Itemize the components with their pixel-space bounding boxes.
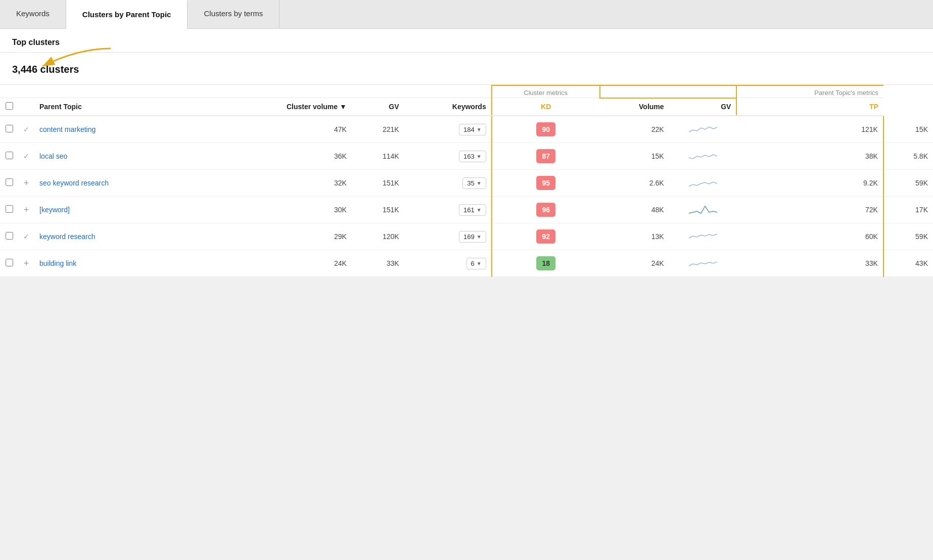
gv2-header: GV bbox=[669, 98, 737, 116]
dropdown-arrow: ▼ bbox=[477, 261, 482, 266]
table-row: ✓ content marketing 47K 221K 184 ▼ 90 22… bbox=[0, 116, 933, 143]
row-gv2: 72K bbox=[736, 197, 883, 223]
row-topic-cell: [keyword] bbox=[34, 197, 213, 223]
row-icon-cell: + bbox=[18, 170, 34, 197]
dropdown-arrow: ▼ bbox=[477, 180, 482, 186]
kd-badge: 95 bbox=[536, 176, 555, 190]
parent-metrics-spacer bbox=[600, 85, 737, 98]
row-volume: 15K bbox=[600, 143, 669, 170]
tab-clusters-parent[interactable]: Clusters by Parent Topic bbox=[66, 0, 188, 29]
row-volume: 13K bbox=[600, 223, 669, 250]
section-header: Top clusters bbox=[0, 29, 933, 53]
kd-badge: 96 bbox=[536, 203, 555, 217]
clusters-info: 3,446 clusters bbox=[0, 53, 933, 85]
row-kd: 18 bbox=[492, 250, 600, 277]
topic-link[interactable]: keyword research bbox=[39, 232, 96, 241]
dropdown-arrow: ▼ bbox=[477, 127, 482, 132]
row-icon-cell: ✓ bbox=[18, 143, 34, 170]
row-chart-cell bbox=[669, 250, 737, 277]
row-keywords: 6 ▼ bbox=[404, 250, 492, 277]
row-chart-cell bbox=[669, 143, 737, 170]
col-header-row: Parent Topic Cluster volume ▼ GV Keyword… bbox=[0, 98, 933, 116]
row-gv2: 9.2K bbox=[736, 170, 883, 197]
keywords-dropdown[interactable]: 161 ▼ bbox=[459, 204, 486, 216]
row-tp: 17K bbox=[883, 197, 933, 223]
row-topic-cell: local seo bbox=[34, 143, 213, 170]
row-gv: 114K bbox=[352, 143, 404, 170]
dropdown-arrow: ▼ bbox=[477, 234, 482, 240]
topic-link[interactable]: local seo bbox=[39, 152, 67, 160]
row-icon-cell: + bbox=[18, 250, 34, 277]
row-checkbox[interactable] bbox=[6, 178, 13, 186]
check-icon: ✓ bbox=[23, 232, 29, 241]
row-volume: 22K bbox=[600, 116, 669, 143]
parent-metrics-group: Parent Topic's metrics bbox=[736, 85, 883, 98]
row-checkbox[interactable] bbox=[6, 259, 13, 266]
row-checkbox[interactable] bbox=[6, 125, 13, 132]
keywords-header: Keywords bbox=[404, 98, 492, 116]
row-gv2: 60K bbox=[736, 223, 883, 250]
keywords-dropdown[interactable]: 35 ▼ bbox=[462, 177, 486, 189]
row-icon-cell: ✓ bbox=[18, 223, 34, 250]
clusters-count: 3,446 clusters bbox=[12, 64, 79, 75]
row-volume: 24K bbox=[600, 250, 669, 277]
row-volume: 2.6K bbox=[600, 170, 669, 197]
plus-icon: + bbox=[24, 258, 29, 268]
kd-badge: 18 bbox=[536, 256, 555, 270]
row-keywords: 161 ▼ bbox=[404, 197, 492, 223]
kd-badge: 90 bbox=[536, 122, 555, 136]
row-gv: 33K bbox=[352, 250, 404, 277]
keywords-dropdown[interactable]: 184 ▼ bbox=[459, 124, 486, 135]
table-row: + building link 24K 33K 6 ▼ 18 24K 33K 4… bbox=[0, 250, 933, 277]
topic-link[interactable]: seo keyword research bbox=[39, 179, 109, 187]
row-tp: 15K bbox=[883, 116, 933, 143]
row-topic-cell: seo keyword research bbox=[34, 170, 213, 197]
row-chart-cell bbox=[669, 116, 737, 143]
clusters-table: Cluster metrics Parent Topic's metrics P… bbox=[0, 85, 933, 277]
row-chart-cell bbox=[669, 197, 737, 223]
row-checkbox[interactable] bbox=[6, 205, 13, 213]
row-gv: 221K bbox=[352, 116, 404, 143]
row-topic-cell: content marketing bbox=[34, 116, 213, 143]
row-tp: 59K bbox=[883, 170, 933, 197]
row-topic-cell: building link bbox=[34, 250, 213, 277]
keywords-dropdown[interactable]: 6 ▼ bbox=[467, 258, 486, 269]
row-checkbox-cell bbox=[0, 197, 18, 223]
table-container: Cluster metrics Parent Topic's metrics P… bbox=[0, 85, 933, 277]
check-icon: ✓ bbox=[23, 125, 29, 133]
row-tp: 59K bbox=[883, 223, 933, 250]
clusters-count-annotation: 3,446 clusters bbox=[12, 64, 79, 75]
row-checkbox[interactable] bbox=[6, 232, 13, 240]
row-tp: 5.8K bbox=[883, 143, 933, 170]
row-volume: 48K bbox=[600, 197, 669, 223]
cluster-volume-header[interactable]: Cluster volume ▼ bbox=[213, 98, 351, 116]
row-keywords: 169 ▼ bbox=[404, 223, 492, 250]
keywords-dropdown[interactable]: 163 ▼ bbox=[459, 151, 486, 162]
row-gv: 151K bbox=[352, 197, 404, 223]
keywords-dropdown[interactable]: 169 ▼ bbox=[459, 231, 486, 243]
parent-topic-header: Parent Topic bbox=[34, 98, 213, 116]
tab-clusters-terms[interactable]: Clusters by terms bbox=[188, 0, 279, 28]
row-topic-cell: keyword research bbox=[34, 223, 213, 250]
top-clusters-label: Top clusters bbox=[12, 38, 60, 46]
kd-header: KD bbox=[492, 98, 600, 116]
topic-link[interactable]: [keyword] bbox=[39, 206, 70, 214]
row-checkbox-cell bbox=[0, 170, 18, 197]
row-keywords: 163 ▼ bbox=[404, 143, 492, 170]
select-all-checkbox[interactable] bbox=[6, 102, 13, 110]
row-checkbox-cell bbox=[0, 223, 18, 250]
check-icon: ✓ bbox=[23, 152, 29, 160]
row-checkbox[interactable] bbox=[6, 152, 13, 159]
table-row: + seo keyword research 32K 151K 35 ▼ 95 … bbox=[0, 170, 933, 197]
row-gv: 151K bbox=[352, 170, 404, 197]
row-cluster-volume: 30K bbox=[213, 197, 351, 223]
topic-link[interactable]: content marketing bbox=[39, 125, 96, 133]
topic-link[interactable]: building link bbox=[39, 259, 76, 267]
dropdown-arrow: ▼ bbox=[477, 207, 482, 213]
tab-bar: Keywords Clusters by Parent Topic Cluste… bbox=[0, 0, 933, 29]
volume-header: Volume bbox=[600, 98, 669, 116]
row-chart-cell bbox=[669, 223, 737, 250]
tab-keywords[interactable]: Keywords bbox=[0, 0, 66, 28]
kd-badge: 92 bbox=[536, 229, 555, 244]
gv-header: GV bbox=[352, 98, 404, 116]
